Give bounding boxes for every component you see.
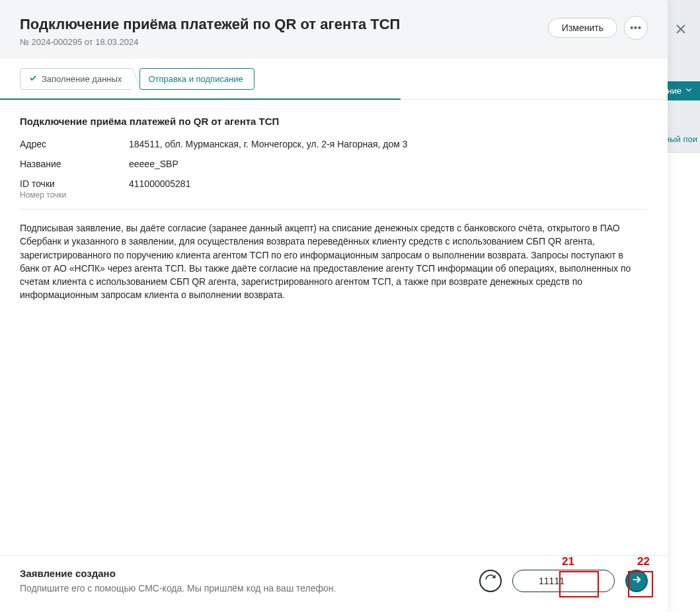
chevron-down-icon <box>684 85 693 96</box>
modal-panel: Подключение приёма платежей по QR от аге… <box>0 0 668 612</box>
sms-code-field-wrap[interactable] <box>512 570 615 592</box>
page-subtitle: № 2024-000295 от 18.03.2024 <box>20 37 400 47</box>
sublabel-point-id: Номер точки <box>20 190 129 200</box>
status-title: Заявление создано <box>20 568 336 579</box>
value-point-id: 411000005281 <box>129 178 648 189</box>
bg-search-link-fragment[interactable]: ный пои <box>665 134 697 144</box>
annotation-label-22: 22 <box>637 555 650 568</box>
step-send-sign[interactable]: Отправка и подписание <box>139 68 254 90</box>
label-address: Адрес <box>20 139 129 149</box>
close-icon <box>673 21 689 39</box>
row-point-id: ID точки Номер точки 411000005281 <box>20 178 648 200</box>
bg-white-strip <box>667 152 700 612</box>
step-data-entry[interactable]: Заполнение данных <box>20 68 133 90</box>
progress-bar <box>0 98 401 100</box>
bg-dropdown-text: ние <box>667 86 681 96</box>
consent-text: Подписывая заявление, вы даёте согласие … <box>20 221 635 302</box>
value-address: 184511, обл. Мурманская, г. Мончегорск, … <box>129 139 648 149</box>
submit-code-button[interactable] <box>625 570 648 592</box>
more-actions-button[interactable]: ••• <box>624 16 648 40</box>
status-subtitle: Подпишите его с помощью СМС-кода. Мы при… <box>20 583 336 593</box>
step-label: Заполнение данных <box>42 74 122 84</box>
sms-code-input[interactable] <box>521 575 582 587</box>
resend-code-button[interactable] <box>479 570 502 592</box>
step-label: Отправка и подписание <box>148 74 243 84</box>
annotation-label-21: 21 <box>562 555 574 568</box>
arrow-right-icon <box>631 574 642 588</box>
close-modal-button[interactable] <box>671 20 691 40</box>
label-point-id: ID точки <box>20 178 129 189</box>
section-title: Подключение приёма платежей по QR от аге… <box>20 116 648 127</box>
ellipsis-icon: ••• <box>630 22 642 33</box>
stepper: Заполнение данных Отправка и подписание <box>0 59 668 100</box>
divider <box>20 209 648 210</box>
label-name: Название <box>20 159 129 169</box>
edit-button[interactable]: Изменить <box>548 18 617 38</box>
row-address: Адрес 184511, обл. Мурманская, г. Мончег… <box>20 139 648 149</box>
refresh-icon <box>485 574 496 588</box>
page-title: Подключение приёма платежей по QR от аге… <box>20 16 400 33</box>
row-name: Название eeeee_SBP <box>20 159 648 169</box>
check-icon <box>28 73 38 85</box>
value-name: eeeee_SBP <box>129 159 648 169</box>
